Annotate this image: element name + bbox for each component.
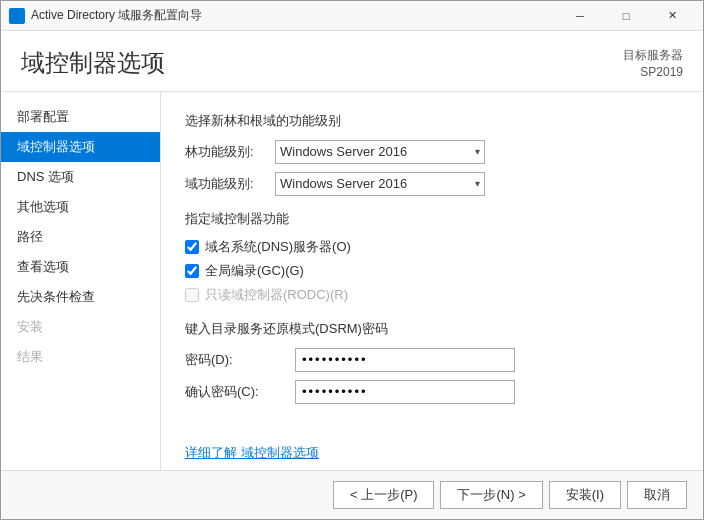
domain-level-label: 域功能级别: — [185, 175, 275, 193]
next-button[interactable]: 下一步(N) > — [440, 481, 542, 509]
dns-checkbox-row: 域名系统(DNS)服务器(O) — [185, 238, 679, 256]
sidebar-item-other-options[interactable]: 其他选项 — [1, 192, 160, 222]
sidebar-item-install: 安装 — [1, 312, 160, 342]
prev-button[interactable]: < 上一步(P) — [333, 481, 435, 509]
gc-checkbox[interactable] — [185, 264, 199, 278]
titlebar-title: Active Directory 域服务配置向导 — [31, 7, 557, 24]
password-row: 密码(D): — [185, 348, 679, 372]
main-layout: 部署配置 域控制器选项 DNS 选项 其他选项 路径 查看选项 先决条件检查 安… — [1, 92, 703, 470]
main-panel: 选择新林和根域的功能级别 林功能级别: Windows Server 2016 … — [161, 92, 703, 470]
learn-more-link[interactable]: 详细了解 域控制器选项 — [185, 444, 679, 462]
maximize-button[interactable]: □ — [603, 1, 649, 31]
target-server-value: SP2019 — [623, 64, 683, 81]
target-server-info: 目标服务器 SP2019 — [623, 47, 683, 81]
gc-checkbox-row: 全局编录(GC)(G) — [185, 262, 679, 280]
gc-checkbox-label[interactable]: 全局编录(GC)(G) — [205, 262, 304, 280]
sidebar-item-deployment[interactable]: 部署配置 — [1, 102, 160, 132]
main-window: Active Directory 域服务配置向导 ─ □ ✕ 域控制器选项 目标… — [0, 0, 704, 520]
password-label: 密码(D): — [185, 351, 295, 369]
minimize-button[interactable]: ─ — [557, 1, 603, 31]
domain-level-row: 域功能级别: Windows Server 2016 ▾ — [185, 172, 679, 196]
forest-section-title: 选择新林和根域的功能级别 — [185, 112, 679, 130]
password-input[interactable] — [295, 348, 515, 372]
sidebar-item-paths[interactable]: 路径 — [1, 222, 160, 252]
dns-checkbox-label[interactable]: 域名系统(DNS)服务器(O) — [205, 238, 351, 256]
forest-level-value: Windows Server 2016 — [280, 144, 407, 159]
footer: < 上一步(P) 下一步(N) > 安装(I) 取消 — [1, 470, 703, 519]
confirm-password-input[interactable] — [295, 380, 515, 404]
confirm-password-row: 确认密码(C): — [185, 380, 679, 404]
cancel-button[interactable]: 取消 — [627, 481, 687, 509]
target-server-label: 目标服务器 — [623, 47, 683, 64]
dc-capabilities-title: 指定域控制器功能 — [185, 210, 679, 228]
page-title: 域控制器选项 — [21, 47, 165, 79]
forest-level-dropdown-icon: ▾ — [475, 146, 480, 157]
sidebar-item-prereq[interactable]: 先决条件检查 — [1, 282, 160, 312]
domain-level-dropdown-icon: ▾ — [475, 178, 480, 189]
install-button[interactable]: 安装(I) — [549, 481, 621, 509]
forest-level-label: 林功能级别: — [185, 143, 275, 161]
forest-level-row: 林功能级别: Windows Server 2016 ▾ — [185, 140, 679, 164]
titlebar: Active Directory 域服务配置向导 ─ □ ✕ — [1, 1, 703, 31]
titlebar-buttons: ─ □ ✕ — [557, 1, 695, 31]
sidebar-item-review[interactable]: 查看选项 — [1, 252, 160, 282]
forest-level-select[interactable]: Windows Server 2016 ▾ — [275, 140, 485, 164]
sidebar-item-dc-options[interactable]: 域控制器选项 — [1, 132, 160, 162]
sidebar-item-results: 结果 — [1, 342, 160, 372]
confirm-password-label: 确认密码(C): — [185, 383, 295, 401]
dns-checkbox[interactable] — [185, 240, 199, 254]
rodc-checkbox — [185, 288, 199, 302]
dsrm-section: 键入目录服务还原模式(DSRM)密码 密码(D): 确认密码(C): — [185, 320, 679, 404]
page-header: 域控制器选项 目标服务器 SP2019 — [1, 31, 703, 92]
rodc-checkbox-row: 只读域控制器(RODC)(R) — [185, 286, 679, 304]
app-icon — [9, 8, 25, 24]
close-button[interactable]: ✕ — [649, 1, 695, 31]
dsrm-section-title: 键入目录服务还原模式(DSRM)密码 — [185, 320, 679, 338]
domain-level-select[interactable]: Windows Server 2016 ▾ — [275, 172, 485, 196]
sidebar-item-dns-options[interactable]: DNS 选项 — [1, 162, 160, 192]
rodc-checkbox-label: 只读域控制器(RODC)(R) — [205, 286, 348, 304]
sidebar: 部署配置 域控制器选项 DNS 选项 其他选项 路径 查看选项 先决条件检查 安… — [1, 92, 161, 470]
domain-level-value: Windows Server 2016 — [280, 176, 407, 191]
